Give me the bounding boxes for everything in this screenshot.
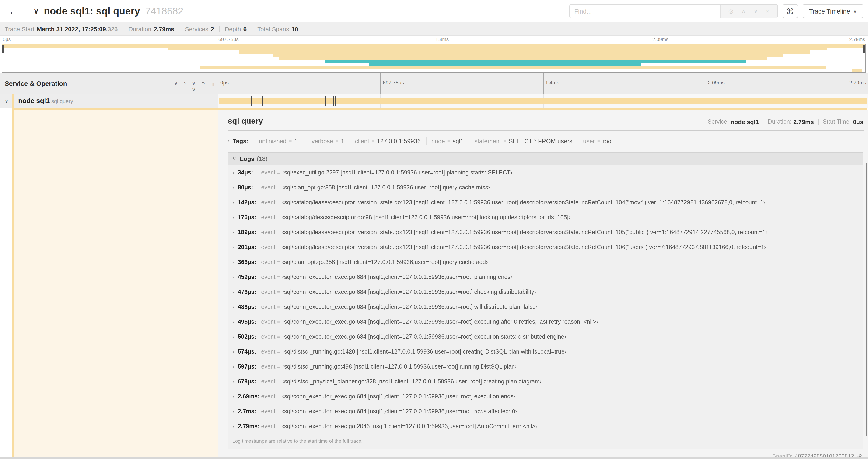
collapse-one-icon[interactable]: ∨ — [174, 80, 178, 93]
span-log-marker — [259, 96, 259, 106]
tag-item[interactable]: _unfinished=1 — [250, 137, 303, 144]
log-equals: = — [277, 349, 280, 355]
expand-all-icon[interactable]: » — [202, 80, 205, 93]
ruler-section-line — [380, 73, 381, 94]
log-field-name: event — [261, 184, 275, 191]
log-timestamp: 502μs: — [238, 333, 261, 340]
stat-item: Total Spans10 — [257, 25, 298, 32]
span-detail-panel: sql query Service: node sql1 Duration: 2… — [218, 110, 868, 459]
span-row-timeline[interactable] — [218, 94, 868, 108]
log-entry-row[interactable]: ›366μs:event=‹sql/plan_opt.go:358 [nsql1… — [228, 255, 863, 270]
tag-value: root — [603, 137, 613, 144]
back-arrow-icon: ← — [9, 6, 18, 17]
tag-item[interactable]: client=127.0.0.1:59936 — [350, 137, 426, 144]
log-timestamp: 476μs: — [238, 289, 261, 295]
log-entry-row[interactable]: ›476μs:event=‹sql/conn_executor_exec.go:… — [228, 285, 863, 299]
top-bar: ← ∨ node sql1: sql query 7418682 ◎ ∧ ∨ ×… — [0, 0, 868, 22]
minimap-right-handle[interactable] — [863, 45, 865, 53]
tag-item[interactable]: user=root — [578, 137, 618, 144]
log-entry-row[interactable]: ›597μs:event=‹sql/distsql_running.go:498… — [228, 359, 863, 374]
stat-label: Depth — [225, 25, 241, 32]
column-resizer[interactable]: ‖ — [212, 81, 214, 87]
log-equals: = — [277, 244, 280, 250]
tag-key: client — [355, 137, 369, 144]
span-detail-header[interactable]: sql query Service: node sql1 Duration: 2… — [228, 116, 864, 126]
logs-accordian-header[interactable]: ∨ Logs (18) — [228, 153, 863, 165]
log-entry-row[interactable]: ›34μs:event=‹sql/exec_util.go:2297 [nsql… — [228, 165, 863, 180]
focus-match-icon[interactable]: ◎ — [728, 8, 733, 14]
span-operation: sql query — [51, 98, 73, 104]
span-log-marker — [352, 96, 352, 106]
logs-count: (18) — [257, 155, 268, 162]
row-collapse-icon[interactable]: ∨ — [5, 98, 8, 104]
minimap-span-bar — [200, 66, 827, 69]
log-entry-row[interactable]: ›502μs:event=‹sql/conn_executor_exec.go:… — [228, 329, 863, 344]
clear-find-icon[interactable]: × — [766, 8, 769, 14]
minimap-left-handle[interactable] — [2, 45, 4, 53]
vertical-scrollbar-thumb[interactable] — [866, 163, 867, 436]
expand-one-icon[interactable]: › — [184, 80, 186, 93]
log-expand-icon: › — [232, 274, 234, 280]
span-log-marker — [847, 96, 848, 106]
log-expand-icon: › — [232, 349, 234, 355]
span-row-name[interactable]: ∨ node sql1 sql query — [0, 94, 218, 108]
log-timestamp: 459μs: — [238, 274, 261, 280]
log-equals: = — [277, 230, 280, 235]
tag-key: _verbose — [308, 137, 333, 144]
log-equals: = — [277, 408, 280, 414]
tag-item[interactable]: _verbose=1 — [303, 137, 350, 144]
logs-footnote: Log timestamps are relative to the start… — [228, 434, 863, 449]
log-timestamp: 176μs: — [238, 214, 261, 221]
find-input[interactable] — [569, 5, 720, 18]
trace-title-wrap[interactable]: ∨ node sql1: sql query 7418682 — [34, 0, 183, 22]
keyboard-shortcuts-button[interactable]: ⌘ — [782, 4, 798, 18]
prev-match-icon[interactable]: ∧ — [742, 8, 746, 14]
log-entry-row[interactable]: ›459μs:event=‹sql/conn_executor_exec.go:… — [228, 270, 863, 285]
log-entry-row[interactable]: ›2.7ms:event=‹sql/conn_executor_exec.go:… — [228, 404, 863, 419]
log-entry-row[interactable]: ›678μs:event=‹sql/distsql_physical_plann… — [228, 374, 863, 389]
log-entry-row[interactable]: ›176μs:event=‹sql/catalog/descs/descript… — [228, 210, 863, 225]
stat-value: March 31 2022, 17:25:09 — [37, 25, 106, 32]
log-entry-row[interactable]: ›574μs:event=‹sql/distsql_running.go:142… — [228, 344, 863, 359]
minimap-tick-label: 0μs — [3, 36, 11, 42]
log-entry-row[interactable]: ›495μs:event=‹sql/conn_executor_exec.go:… — [228, 315, 863, 329]
span-service: node sql1 — [18, 97, 50, 104]
log-entry-row[interactable]: ›80μs:event=‹sql/plan_opt.go:358 [nsql1,… — [228, 180, 863, 195]
log-entry-row[interactable]: ›142μs:event=‹sql/catalog/lease/descript… — [228, 195, 863, 210]
tag-equals: = — [371, 138, 374, 144]
tag-key: _unfinished — [255, 137, 286, 144]
collapse-all-icon[interactable]: ∨ ∨ — [192, 80, 196, 93]
log-entry-row[interactable]: ›2.69ms:event=‹sql/conn_executor_exec.go… — [228, 389, 863, 404]
timeline-header: Service & Operation ∨ › ∨ ∨ » ‖ 0μs697.7… — [0, 73, 868, 94]
stat-item: Depth6 — [225, 25, 247, 32]
log-timestamp: 678μs: — [238, 378, 261, 385]
tags-accordian[interactable]: › Tags: _unfinished=1_verbose=1client=12… — [228, 134, 864, 148]
back-button[interactable]: ← — [0, 0, 27, 22]
logs-collapse-icon: ∨ — [232, 156, 236, 162]
tag-item[interactable]: statement=SELECT * FROM users — [469, 137, 578, 144]
next-match-icon[interactable]: ∨ — [754, 8, 758, 14]
log-field-name: event — [261, 289, 275, 295]
tag-key: node — [431, 137, 445, 144]
minimap-span-bar — [168, 47, 827, 51]
stat-separator — [252, 26, 252, 32]
log-entry-row[interactable]: ›2.79ms:event=‹sql/conn_executor_exec.go… — [228, 419, 863, 434]
log-equals: = — [277, 170, 280, 175]
collapse-trace-icon[interactable]: ∨ — [34, 7, 39, 15]
tag-item[interactable]: node=sql1 — [426, 137, 469, 144]
timeline-minimap[interactable] — [2, 44, 866, 73]
meta-separator — [763, 119, 764, 125]
log-expand-icon: › — [232, 259, 234, 265]
log-value: ‹sql/distsql_physical_planner.go:828 [ns… — [282, 378, 541, 385]
log-equals: = — [277, 259, 280, 265]
log-entry-row[interactable]: ›201μs:event=‹sql/catalog/lease/descript… — [228, 240, 863, 255]
detail-left-column — [13, 110, 218, 459]
log-value: ‹sql/conn_executor_exec.go:684 [nsql1,cl… — [282, 304, 537, 310]
trace-view-selector[interactable]: Trace Timeline ∨ — [802, 4, 863, 18]
log-entry-row[interactable]: ›486μs:event=‹sql/conn_executor_exec.go:… — [228, 299, 863, 315]
log-value: ‹sql/distsql_running.go:1420 [nsql1,clie… — [282, 349, 566, 355]
service-value: node sql1 — [731, 118, 759, 125]
span-log-marker — [262, 96, 262, 106]
log-entry-row[interactable]: ›189μs:event=‹sql/catalog/lease/descript… — [228, 225, 863, 240]
log-value: ‹sql/plan_opt.go:358 [nsql1,client=127.0… — [282, 184, 490, 191]
